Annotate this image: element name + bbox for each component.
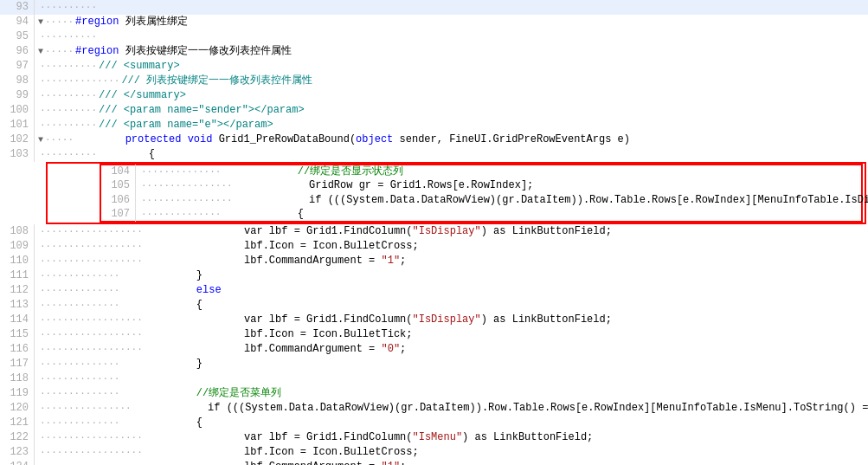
collapse-icon[interactable]: ▼ [38,44,43,59]
line-number: 97 [0,59,35,74]
indent-dots: ·················· [40,327,143,342]
code-line: 113 ·············· { [0,298,868,313]
line-content: } [121,357,868,371]
line-number: 116 [0,342,35,357]
red-box-highlight: 104 ·············· //绑定是否显示状态列105 ······… [46,162,866,224]
collapse-icon[interactable]: ▼ [38,15,43,29]
code-token: /// <param name="sender"></param> [99,104,305,116]
code-line: 118 ·············· [0,371,868,386]
code-line: 119 ·············· //绑定是否菜单列 [0,386,868,401]
code-token: /// </summary> [99,89,186,101]
line-number: 106 [101,193,136,208]
code-line: 99 ··········/// </summary> [0,88,868,103]
code-line: 105 ················ GridRow gr = Grid1.… [100,178,863,193]
code-line: 103 ·········· { [0,147,868,162]
code-token [181,133,187,145]
line-content: #region 列表按键绑定一一修改列表控件属性 [75,44,868,59]
code-token [99,1,105,13]
code-token: ; [400,343,406,355]
code-token: lbf.Icon = Icon.BulletTick; [145,328,413,340]
code-token: "IsMenu" [412,431,462,443]
line-number: 104 [101,165,136,179]
code-token: /// <summary> [99,60,180,72]
line-number: 93 [0,0,35,15]
indent-dots: ·················· [40,342,143,357]
code-token: ; [400,461,406,465]
code-line: 115 ·················· lbf.Icon = Icon.B… [0,327,868,342]
code-line: 102▼····· protected void Grid1_PreRowDat… [0,132,868,147]
indent-dots: ·········· [40,59,97,74]
code-token: protected [75,133,181,145]
code-token: lbf.CommandArgument = [145,343,382,355]
line-content: if (((System.Data.DataRowView)(gr.DataIt… [235,193,868,208]
indent-dots: ·················· [40,254,143,268]
line-content: protected void Grid1_PreRowDataBound(obj… [75,132,868,147]
line-number: 109 [0,239,35,254]
line-number: 122 [0,430,35,445]
line-content: lbf.CommandArgument = "0"; [145,342,868,357]
indent-dots: ·········· [40,29,97,44]
line-content: { [121,416,868,430]
indent-dots: ·················· [40,224,143,239]
code-token: object [356,133,393,145]
indent-dots: ·············· [141,207,221,222]
indent-dots: ·················· [40,239,143,254]
code-line: 95 ·········· [0,29,868,44]
line-number: 112 [0,283,35,298]
line-content: lbf.CommandArgument = "1"; [145,254,868,268]
code-token: ) as LinkButtonField; [481,225,612,237]
line-content: lbf.CommandArgument = "1"; [145,460,868,465]
code-token: 列表属性绑定 [119,16,187,28]
indent-dots: ·············· [40,386,119,401]
indent-dots: ·········· [40,88,97,103]
code-editor: 93 ·········· 94▼·····#region 列表属性绑定95 ·… [0,0,868,465]
indent-dots: ·············· [40,298,119,313]
line-number: 107 [101,207,136,222]
collapse-icon[interactable]: ▼ [38,132,43,147]
line-content: lbf.Icon = Icon.BulletCross; [145,445,868,460]
line-number: 105 [101,178,136,193]
code-line: 114 ·················· var lbf = Grid1.F… [0,313,868,327]
line-content: { [121,298,868,313]
code-token: "0" [381,343,400,355]
line-number: 102 [0,132,35,147]
line-content: /// </summary> [99,88,868,103]
code-token: Grid1_PreRowDataBound( [212,133,356,145]
code-token: //绑定是否显示状态列 [222,165,403,178]
line-content: var lbf = Grid1.FindColumn("IsMenu") as … [145,430,868,445]
code-token: 列表按键绑定一一修改列表控件属性 [119,45,291,57]
indent-dots: ·········· [40,103,97,118]
code-token: ) as LinkButtonField; [481,313,612,326]
indent-dots: ·········· [40,0,97,15]
line-number: 111 [0,268,35,283]
indent-dots: ·············· [141,165,221,179]
indent-dots: ·············· [40,283,119,298]
line-number: 121 [0,416,35,430]
code-token: GridRow gr = Grid1.Rows[e.RowIndex]; [235,179,534,191]
line-content: lbf.Icon = Icon.BulletCross; [145,239,868,254]
code-token: { [222,208,304,220]
code-token: } [121,358,203,370]
code-token: if (((System.Data.DataRowView)(gr.DataIt… [133,402,868,414]
line-number: 100 [0,103,35,118]
code-token [99,30,105,42]
indent-dots: ·················· [40,430,143,445]
line-number: 115 [0,327,35,342]
line-content [99,29,868,44]
indent-dots: ·········· [40,147,97,162]
code-token: if (((System.Data.DataRowView)(gr.DataIt… [235,194,868,206]
code-line: 116 ·················· lbf.CommandArgume… [0,342,868,357]
indent-dots: ·············· [40,416,119,430]
indent-dots: ·················· [40,445,143,460]
code-line: 106 ················ if (((System.Data.D… [100,193,863,208]
line-content [99,0,868,15]
indent-dots: ·············· [40,357,119,371]
code-token: /// <param name="e"></param> [99,119,273,131]
code-token: lbf.CommandArgument = [145,461,382,465]
line-number: 118 [0,371,35,386]
indent-dots: ·················· [40,460,143,465]
line-number: 103 [0,147,35,162]
line-number: 114 [0,313,35,327]
code-token: else [121,284,221,296]
indent-dots: ·············· [40,371,119,386]
